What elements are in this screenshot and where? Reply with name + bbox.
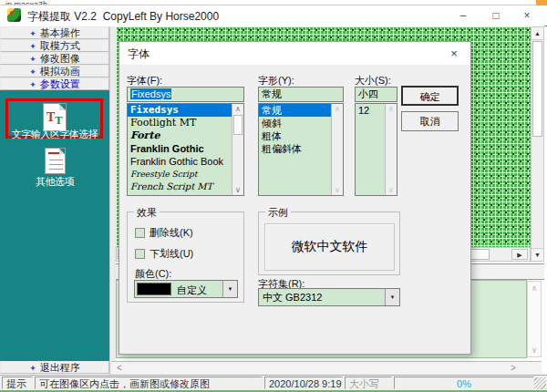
scroll-up-icon[interactable]: ∧ (332, 105, 343, 113)
app-icon (7, 8, 21, 22)
font-list-item[interactable]: Freestyle Script (128, 168, 243, 181)
splitter[interactable] (109, 26, 116, 375)
font-name-input[interactable]: Fixedsys (127, 87, 244, 102)
sample-group-label: 示例 (265, 206, 291, 220)
minimize-button[interactable]: – (449, 5, 478, 26)
color-value: 自定义 (177, 284, 207, 297)
status-hint-label: 提示 (2, 377, 33, 389)
sidebar-item-modify-image[interactable]: ✦修改图像 (0, 52, 109, 65)
strikeout-checkbox[interactable]: 删除线(K) (135, 226, 193, 240)
status-timestamp: 2020/10/28 9:19:06 (264, 377, 343, 389)
font-list-item[interactable]: French Script MT (128, 181, 243, 193)
scroll-down-icon[interactable]: ∨ (332, 186, 343, 194)
scroll-up-icon[interactable]: ∧ (528, 284, 541, 293)
font-select-option[interactable]: 文字输入区字体选择 (0, 128, 109, 141)
sidebar-item-simulate-animation[interactable]: ✦模拟动画 (0, 65, 109, 77)
font-dialog: 字体 × 字体(F): 字形(Y): 大小(S): Fixedsys Fixed… (119, 41, 471, 355)
style-label: 字形(Y): (258, 74, 294, 88)
cancel-button[interactable]: 取消 (401, 111, 459, 131)
page-fold (59, 104, 66, 110)
close-button[interactable]: × (512, 5, 542, 26)
expand-icon: ✦ (29, 364, 36, 373)
sidebar-item-exit[interactable]: ✦退出程序 (0, 361, 109, 374)
other-options-icon[interactable] (45, 148, 66, 174)
font-style-input[interactable]: 常规 (258, 87, 344, 102)
checkbox-icon[interactable] (135, 228, 145, 238)
sidebar-item-label: 修改图像 (40, 53, 80, 64)
resize-grip[interactable] (534, 377, 546, 389)
panel-horizontal-scrollbar[interactable]: < > (111, 361, 542, 375)
ok-button[interactable]: 确定 (401, 86, 459, 106)
canvas-vertical-scrollbar[interactable]: ▲ ▼ (531, 26, 544, 262)
scroll-down-icon[interactable]: ∨ (528, 346, 541, 355)
font-list-scrollbar[interactable]: ∧ ∨ (232, 104, 243, 195)
status-case-indicator: 大小写 (345, 377, 392, 389)
sidebar-item-label: 模拟动画 (40, 66, 80, 77)
sidebar-item-label: 取模方式 (40, 40, 80, 51)
expand-icon: ✦ (29, 29, 36, 38)
sample-group: 示例 微软中文软件 (258, 211, 400, 275)
color-label: 颜色(C): (135, 267, 171, 281)
expand-icon: ✦ (29, 80, 36, 89)
font-list-item[interactable]: Franklin Gothic Book (128, 155, 243, 168)
scrollbar-thumb[interactable] (233, 115, 243, 135)
font-list-item[interactable]: Fixedsys (128, 104, 243, 117)
sidebar-item-sampling-mode[interactable]: ✦取模方式 (0, 39, 109, 52)
page-fold (59, 149, 65, 154)
expand-icon: ✦ (29, 42, 36, 51)
color-swatch (137, 283, 171, 295)
scroll-up-icon[interactable]: ∧ (232, 105, 243, 113)
chevron-down-icon[interactable]: ▼ (385, 289, 399, 305)
maximize-button[interactable]: □ (481, 5, 511, 26)
chevron-down-icon[interactable]: ▼ (222, 281, 237, 297)
scroll-down-icon[interactable]: ∨ (232, 186, 243, 194)
sidebar-item-label: 参数设置 (40, 78, 80, 89)
style-list-scrollbar[interactable]: ∧ ∨ (331, 104, 343, 195)
font-style-list[interactable]: 常规 倾斜 粗体 粗偏斜体 ∧ ∨ (258, 103, 344, 196)
dialog-titlebar[interactable]: 字体 × (119, 42, 470, 65)
effects-group-label: 效果 (134, 206, 160, 220)
font-list-item[interactable]: Franklin Gothic (128, 142, 243, 155)
parameter-panel: T T 文字输入区字体选择 其他选项 (0, 90, 109, 361)
size-label: 大小(S): (355, 74, 391, 88)
scrollbar-thumb[interactable] (532, 41, 542, 137)
app-window: in macxa3b 字模提取 V2.2 CopyLeft By Horse20… (0, 0, 547, 392)
status-hint-text: 可在图像区内点击，画新图或修改原图 (35, 377, 263, 389)
font-label: 字体(F): (127, 74, 162, 88)
panel-vertical-scrollbar[interactable]: ∧ ∨ (527, 281, 542, 357)
sidebar-item-parameter-settings[interactable]: ✦参数设置 (0, 77, 109, 90)
sidebar-item-basic-ops[interactable]: ✦基本操作 (0, 26, 109, 39)
font-size-list[interactable]: 12 ∧ ∨ (355, 103, 397, 196)
window-title: 字模提取 V2.2 CopyLeft By Horse2000 (27, 9, 219, 25)
expand-icon: ✦ (29, 55, 36, 64)
status-progress: 0% (394, 377, 534, 389)
scroll-up-icon[interactable]: ∧ (386, 105, 397, 113)
sample-preview: 微软中文软件 (264, 223, 395, 271)
expand-icon: ✦ (29, 67, 36, 77)
other-options-option[interactable]: 其他选项 (0, 175, 109, 189)
titlebar: 字模提取 V2.2 CopyLeft By Horse2000 – □ × (0, 5, 547, 26)
scroll-right-icon[interactable]: > (511, 363, 516, 373)
scroll-right-icon[interactable]: ▶ (511, 249, 528, 260)
scroll-down-icon[interactable]: ▼ (532, 248, 543, 261)
sidebar-item-label: 退出程序 (40, 362, 80, 373)
scroll-left-icon[interactable]: < (117, 363, 122, 373)
dialog-close-icon[interactable]: × (438, 42, 470, 65)
checkbox-icon[interactable] (135, 249, 145, 259)
font-list-item[interactable]: Forte (128, 129, 243, 142)
charset-dropdown[interactable]: 中文 GB2312 ▼ (258, 288, 400, 306)
size-list-scrollbar[interactable]: ∧ ∨ (385, 104, 397, 195)
font-name-list[interactable]: Fixedsys Footlight MT Forte Franklin Got… (127, 103, 244, 196)
color-dropdown[interactable]: 自定义 ▼ (134, 280, 238, 298)
status-bar: 提示 可在图像区内点击，画新图或修改原图 2020/10/28 9:19:06 … (0, 375, 547, 390)
sidebar-item-label: 基本操作 (40, 27, 80, 38)
effects-group: 效果 删除线(K) 下划线(U) 颜色(C): 自定义 ▼ (127, 211, 244, 303)
scroll-down-icon[interactable]: ∨ (386, 186, 397, 194)
dialog-title: 字体 (128, 46, 150, 62)
charset-value: 中文 GB2312 (263, 292, 322, 303)
scroll-up-icon[interactable]: ▲ (532, 27, 543, 40)
underline-checkbox[interactable]: 下划线(U) (135, 247, 193, 261)
font-size-input[interactable]: 小四 (355, 87, 397, 102)
font-list-item[interactable]: Footlight MT (128, 117, 243, 129)
